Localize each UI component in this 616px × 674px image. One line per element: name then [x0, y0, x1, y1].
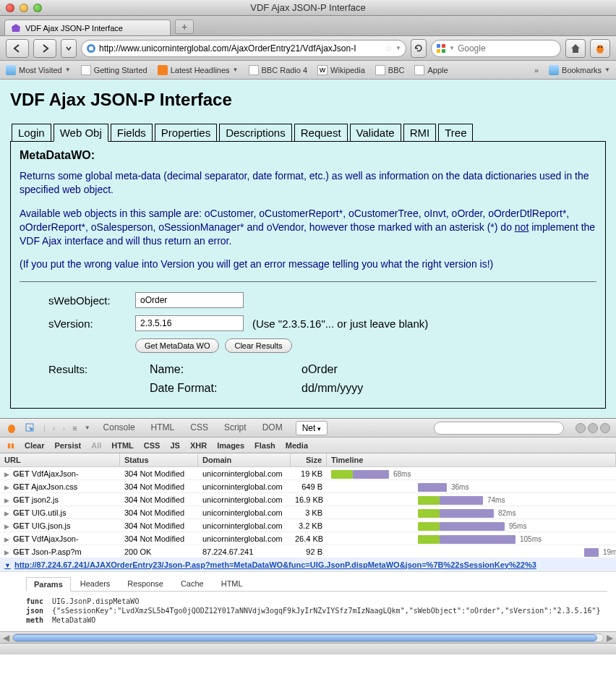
bookmark-bbc[interactable]: BBC	[375, 65, 405, 75]
forward-button[interactable]	[33, 39, 56, 58]
home-button[interactable]	[565, 39, 586, 58]
expand-icon[interactable]: ▶	[4, 523, 9, 530]
back-button[interactable]	[6, 39, 29, 58]
net-filter-xhr[interactable]: XHR	[190, 441, 207, 450]
expand-icon[interactable]: ▶	[4, 497, 9, 504]
page-tab-properties[interactable]: Properties	[155, 124, 217, 142]
col-url[interactable]: URL	[0, 453, 120, 466]
expand-icon[interactable]: ▶	[4, 484, 9, 491]
devtools-tab-html[interactable]: HTML	[148, 421, 178, 435]
net-xhr-icon[interactable]: ▮▮	[7, 442, 14, 449]
close-window-button[interactable]	[6, 4, 14, 12]
net-filter-flash[interactable]: Flash	[254, 441, 275, 450]
get-metadata-button[interactable]: Get MetaData WO	[135, 338, 219, 353]
expand-icon[interactable]: ▶	[4, 471, 9, 478]
net-filter-css[interactable]: CSS	[144, 441, 161, 450]
network-row[interactable]: ▶ GET VdfAjaxJson-304 Not Modifiedunicor…	[0, 532, 616, 545]
page-tab-tree[interactable]: Tree	[438, 124, 473, 142]
bookmark-latest-headlines[interactable]: Latest Headlines ▼	[158, 65, 239, 75]
network-row[interactable]: ▶ GET Json-P.asp?m200 OK87.224.67.24192 …	[0, 545, 616, 558]
devtools-minimize-button[interactable]	[576, 423, 586, 433]
network-row[interactable]: ▶ GET VdfAjaxJson-304 Not Modifiedunicor…	[0, 467, 616, 480]
detail-tab-cache[interactable]: Cache	[173, 576, 212, 591]
detail-tab-html[interactable]: HTML	[213, 576, 251, 591]
col-timeline[interactable]: Timeline	[327, 453, 616, 466]
network-row[interactable]: ▶ GET AjaxJson.css304 Not Modifiedunicor…	[0, 480, 616, 493]
clear-results-button[interactable]: Clear Results	[225, 338, 291, 353]
devtools-close-button[interactable]	[600, 423, 610, 433]
devtools-tab-net[interactable]: Net ▾	[296, 421, 328, 435]
reload-button[interactable]	[411, 39, 427, 58]
bookmark-wikipedia[interactable]: W Wikipedia	[317, 65, 365, 75]
expand-icon[interactable]: ▶	[4, 549, 9, 556]
page-tab-validate[interactable]: Validate	[350, 124, 401, 142]
col-status[interactable]: Status	[120, 453, 198, 466]
search-engine-dropdown-icon[interactable]: ▼	[449, 45, 455, 51]
input-webobject[interactable]	[135, 292, 244, 308]
bookmark-most-visited[interactable]: Most Visited ▼	[6, 65, 71, 75]
page-tab-fields[interactable]: Fields	[111, 124, 153, 142]
page-tab-web-obj[interactable]: Web Obj	[54, 124, 108, 142]
history-dropdown-icon[interactable]: ▼	[395, 45, 401, 51]
detail-tab-params[interactable]: Params	[26, 577, 71, 592]
bookmark-star-icon[interactable]: ☆	[385, 43, 393, 54]
col-size[interactable]: Size	[291, 453, 327, 466]
expand-icon[interactable]: ▶	[4, 510, 9, 517]
search-input[interactable]	[458, 43, 566, 54]
new-tab-button[interactable]: +	[175, 20, 194, 34]
page-tab-login[interactable]: Login	[12, 124, 51, 142]
net-filter-js[interactable]: JS	[170, 441, 179, 450]
devtools-tab-css[interactable]: CSS	[187, 421, 211, 435]
page-tab-request[interactable]: Request	[294, 124, 348, 142]
site-identity-icon[interactable]	[86, 43, 96, 54]
network-row-selected[interactable]: ▼ http://87.224.67.241/AJAXOrderEntry23/…	[0, 558, 616, 571]
input-version[interactable]	[135, 315, 244, 331]
network-row[interactable]: ▶ GET UIG.util.js304 Not Modifiedunicorn…	[0, 506, 616, 519]
devtools-search-input[interactable]	[434, 422, 564, 435]
net-filter-html[interactable]: HTML	[111, 441, 134, 450]
minimize-window-button[interactable]	[20, 4, 28, 12]
page-tab-rmi[interactable]: RMI	[403, 124, 437, 142]
net-persist-button[interactable]: Persist	[55, 441, 82, 450]
detail-tab-response[interactable]: Response	[119, 576, 171, 591]
bookmarks-overflow-icon[interactable]: »	[534, 66, 539, 74]
horizontal-scrollbar[interactable]: ◀ ▶	[0, 631, 616, 643]
inspect-icon[interactable]	[25, 422, 36, 434]
url-input[interactable]	[99, 43, 382, 54]
col-domain[interactable]: Domain	[198, 453, 291, 466]
net-filter-media[interactable]: Media	[286, 441, 308, 450]
expand-icon[interactable]: ▶	[4, 536, 9, 543]
bookmark-getting-started[interactable]: Getting Started	[81, 65, 147, 75]
nav-forward-icon[interactable]: ›	[63, 424, 66, 432]
firebug-button[interactable]	[590, 39, 610, 58]
recent-pages-dropdown[interactable]	[61, 39, 77, 58]
network-row[interactable]: ▶ GET json2.js304 Not Modifiedunicornint…	[0, 493, 616, 506]
detail-tab-headers[interactable]: Headers	[72, 576, 119, 591]
zoom-window-button[interactable]	[33, 4, 42, 12]
devtools-tab-console[interactable]: Console	[100, 421, 138, 435]
search-bar[interactable]: ▼	[431, 40, 561, 57]
browser-tab-active[interactable]: VDF Ajax JSON-P Interface	[4, 20, 171, 35]
svg-point-9	[601, 46, 602, 48]
firebug-icon[interactable]	[6, 422, 17, 434]
net-filter-all[interactable]: All	[91, 441, 101, 450]
page-tab-descriptions[interactable]: Descriptions	[219, 124, 292, 142]
scroll-right-icon[interactable]: ▶	[607, 633, 613, 643]
nav-back-icon[interactable]: ‹	[53, 424, 56, 432]
devtools-tab-dom[interactable]: DOM	[260, 421, 286, 435]
net-filter-images[interactable]: Images	[217, 441, 244, 450]
network-row[interactable]: ▶ GET UIG.json.js304 Not Modifiedunicorn…	[0, 519, 616, 532]
scrollbar-thumb[interactable]	[13, 634, 597, 641]
url-bar[interactable]: ☆ ▼	[81, 40, 406, 57]
collapse-icon[interactable]: ▼	[4, 562, 11, 569]
scroll-left-icon[interactable]: ◀	[3, 633, 9, 643]
bookmark-apple[interactable]: Apple	[414, 65, 448, 75]
dropdown-icon[interactable]: ▼	[85, 425, 90, 431]
scrollbar-track[interactable]	[12, 634, 604, 642]
bookmark-bbc-radio4[interactable]: BBC Radio 4	[249, 65, 308, 75]
bookmarks-menu[interactable]: Bookmarks ▼	[549, 65, 610, 75]
devtools-tab-script[interactable]: Script	[221, 421, 249, 435]
devtools-popout-button[interactable]	[588, 423, 598, 433]
menu-icon[interactable]: ≡	[72, 424, 77, 432]
net-clear-button[interactable]: Clear	[25, 441, 45, 450]
